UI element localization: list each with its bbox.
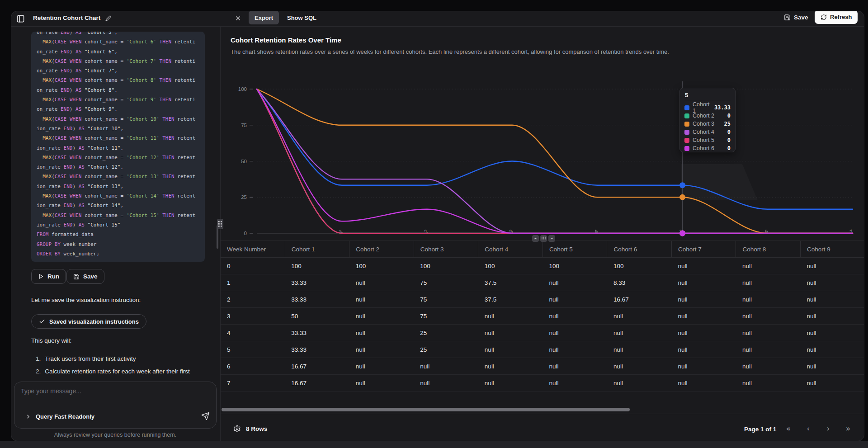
header-divider bbox=[11, 26, 864, 27]
play-icon bbox=[38, 274, 44, 279]
save-query-button[interactable]: Save bbox=[66, 269, 104, 284]
table-cell: 100 bbox=[285, 258, 349, 274]
chat-input[interactable] bbox=[20, 387, 210, 407]
list-number: 2. bbox=[36, 368, 41, 375]
table-cell: 8.33 bbox=[607, 274, 672, 291]
table-cell: null bbox=[542, 291, 607, 308]
tooltip-series-name: Cohort 2 bbox=[693, 113, 714, 119]
chevron-right-icon bbox=[25, 414, 31, 420]
table-cell: null bbox=[800, 341, 864, 358]
table-cell: 25 bbox=[414, 341, 478, 358]
table-cell: null bbox=[800, 358, 864, 375]
gear-icon bbox=[233, 425, 241, 433]
y-tick-label: 50 bbox=[241, 159, 247, 164]
table-cell: 100 bbox=[349, 258, 414, 274]
hover-dot-cohort-1 bbox=[679, 182, 685, 188]
rename-button[interactable] bbox=[104, 14, 113, 23]
table-cell: 37.5 bbox=[478, 274, 543, 291]
table-cell: null bbox=[800, 258, 864, 274]
close-icon bbox=[235, 15, 241, 22]
send-icon bbox=[201, 412, 210, 420]
series-swatch bbox=[684, 138, 689, 143]
table-cell: null bbox=[542, 274, 607, 291]
footer-divider bbox=[221, 414, 864, 414]
save-chart-button[interactable]: Save bbox=[781, 14, 811, 21]
series-swatch bbox=[684, 113, 689, 118]
page-last-button[interactable]: » bbox=[841, 422, 855, 435]
tooltip-series-value: 0 bbox=[727, 145, 731, 151]
series-swatch bbox=[684, 130, 689, 135]
table-cell: 100 bbox=[607, 258, 672, 274]
table-row: 233.33null7537.5null16.67nullnullnull bbox=[221, 291, 864, 308]
chart-table-splitter bbox=[532, 235, 555, 242]
table-cell: null bbox=[671, 291, 736, 308]
table-cell: null bbox=[542, 341, 607, 358]
table-cell: null bbox=[671, 358, 736, 375]
table-header-row: Week NumberCohort 1Cohort 2Cohort 3Cohor… bbox=[221, 241, 864, 258]
list-item: 1.Track users from their first activity bbox=[36, 355, 218, 362]
desktop-strip bbox=[0, 441, 868, 448]
run-query-button[interactable]: Run bbox=[31, 269, 66, 284]
collapse-up-button[interactable] bbox=[532, 235, 539, 242]
sql-code: on_rate END) AS "Cohort 5", MAX(CASE WHE… bbox=[37, 32, 199, 259]
save-chart-label: Save bbox=[794, 14, 808, 21]
column-header: Cohort 7 bbox=[671, 241, 736, 258]
table-cell: null bbox=[414, 375, 478, 391]
chat-disclaimer: Always review your queries before runnin… bbox=[14, 432, 217, 438]
table-cell: 75 bbox=[414, 308, 478, 325]
header-separator bbox=[27, 15, 27, 22]
table-cell: 75 bbox=[414, 291, 478, 308]
table-row: 0100100100100100100nullnullnull bbox=[221, 258, 864, 274]
table-horizontal-scrollbar[interactable] bbox=[222, 408, 630, 411]
table-settings-button[interactable] bbox=[233, 424, 241, 433]
tooltip-series-name: Cohort 5 bbox=[693, 137, 714, 143]
refresh-button[interactable]: Refresh bbox=[815, 11, 858, 24]
sidebar-toggle-button[interactable] bbox=[15, 13, 26, 24]
close-button[interactable] bbox=[232, 13, 243, 24]
series-line-cohort-3 bbox=[257, 89, 853, 233]
tooltip-series-name: Cohort 3 bbox=[693, 121, 714, 127]
table-cell: null bbox=[478, 358, 543, 375]
saved-instructions-label: Saved visualization instructions bbox=[49, 318, 139, 325]
saved-instructions-pill[interactable]: Saved visualization instructions bbox=[31, 314, 146, 329]
table-cell: 33.33 bbox=[285, 325, 349, 341]
table-cell: 33.33 bbox=[285, 274, 349, 291]
y-tick-label: 25 bbox=[241, 194, 247, 200]
row-count: 8 Rows bbox=[246, 425, 267, 432]
table-cell: null bbox=[607, 358, 672, 375]
query-mode-selector[interactable]: Query Fast Readonly bbox=[23, 413, 97, 420]
table-cell: null bbox=[478, 308, 543, 325]
table-cell: null bbox=[349, 341, 414, 358]
table-cell: 75 bbox=[414, 274, 478, 291]
page-first-button[interactable]: « bbox=[782, 422, 795, 435]
table-row: 533.33null25nullnullnullnullnullnull bbox=[221, 341, 864, 358]
table-cell: null bbox=[607, 375, 672, 391]
send-message-button[interactable] bbox=[201, 412, 210, 420]
table-cell: null bbox=[671, 308, 736, 325]
save-icon bbox=[784, 14, 791, 21]
hover-dot-cohort-6 bbox=[679, 231, 685, 236]
layout-grid-button[interactable] bbox=[540, 235, 547, 242]
sql-editor[interactable]: on_rate END) AS "Cohort 5", MAX(CASE WHE… bbox=[31, 32, 205, 262]
page-prev-button[interactable]: ‹ bbox=[802, 422, 815, 435]
table-row: 716.67nullnullnullnullnullnullnullnull bbox=[221, 375, 864, 391]
show-sql-button[interactable]: Show SQL bbox=[284, 14, 319, 22]
page-next-button[interactable]: › bbox=[821, 422, 835, 435]
column-header: Cohort 2 bbox=[349, 241, 414, 258]
column-header: Cohort 8 bbox=[736, 241, 801, 258]
column-header: Cohort 6 bbox=[607, 241, 672, 258]
table-cell: 33.33 bbox=[285, 291, 349, 308]
export-button[interactable]: Export bbox=[249, 11, 279, 24]
chart-tooltip: 5 Cohort 133.33Cohort 20Cohort 325Cohort… bbox=[679, 88, 736, 152]
page-title: Retention Cohort Chart bbox=[33, 14, 100, 21]
table-cell: 4 bbox=[221, 325, 285, 341]
results-table[interactable]: Week NumberCohort 1Cohort 2Cohort 3Cohor… bbox=[221, 241, 864, 391]
collapse-down-button[interactable] bbox=[548, 235, 555, 242]
table-cell: 16.67 bbox=[285, 358, 349, 375]
table-cell: 1 bbox=[221, 274, 285, 291]
table-cell: 7 bbox=[221, 375, 285, 391]
chat-input-container: Query Fast Readonly bbox=[14, 382, 217, 429]
tooltip-row: Cohort 50 bbox=[684, 136, 731, 144]
retention-line-chart[interactable]: 02550751001234567 bbox=[221, 62, 864, 241]
tooltip-row: Cohort 20 bbox=[684, 112, 731, 120]
